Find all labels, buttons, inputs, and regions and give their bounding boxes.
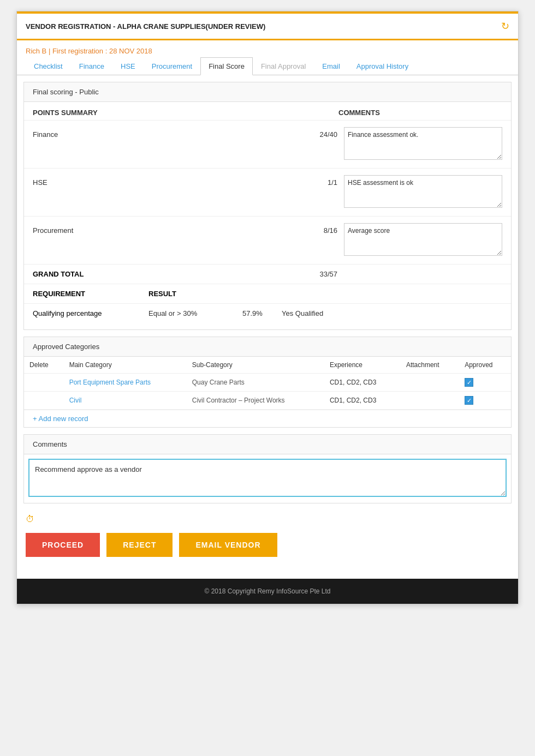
finance-comment-box xyxy=(344,127,502,161)
proceed-button[interactable]: PROCEED xyxy=(26,533,100,557)
experience-2: CD1, CD2, CD3 xyxy=(324,392,401,410)
window-title: VENDOR REGISTRATION - ALPHA CRANE SUPPLI… xyxy=(26,22,265,31)
comments-textarea[interactable] xyxy=(28,459,507,497)
grand-total-label: GRAND TOTAL xyxy=(33,270,305,278)
main-window: VENDOR REGISTRATION - ALPHA CRANE SUPPLI… xyxy=(16,11,519,604)
col-approved: Approved xyxy=(459,357,511,374)
clock-row: ⏱ xyxy=(17,510,518,529)
grand-total-row: GRAND TOTAL 33/57 xyxy=(24,265,511,284)
hse-score: 1/1 xyxy=(305,175,337,187)
final-scoring-section: Final scoring - Public POINTS SUMMARY CO… xyxy=(23,82,512,330)
tab-approval-history[interactable]: Approval History xyxy=(348,57,417,75)
requirement-label: REQUIREMENT xyxy=(33,290,142,298)
points-summary-label: POINTS SUMMARY xyxy=(33,109,306,117)
attachment-2 xyxy=(401,392,459,410)
qualifying-criteria: Equal or > 30% xyxy=(148,309,236,317)
categories-tbody: Port Equipment Spare Parts Quay Crane Pa… xyxy=(24,374,511,410)
category-row-1: Port Equipment Spare Parts Quay Crane Pa… xyxy=(24,374,511,392)
categories-table: Delete Main Category Sub-Category Experi… xyxy=(24,357,511,410)
procurement-comment-box xyxy=(344,223,502,257)
col-experience: Experience xyxy=(324,357,401,374)
col-main-category: Main Category xyxy=(64,357,187,374)
tab-email[interactable]: Email xyxy=(314,57,348,75)
email-vendor-button[interactable]: EMAIL VENDOR xyxy=(179,533,277,557)
qualifying-label: Qualifying percentage xyxy=(33,309,142,317)
tab-final-approval: Final Approval xyxy=(253,57,314,75)
col-attachment: Attachment xyxy=(401,357,459,374)
reject-button[interactable]: REJECT xyxy=(106,533,173,557)
delete-cell-2 xyxy=(24,392,64,410)
qualifying-row: Qualifying percentage Equal or > 30% 57.… xyxy=(24,304,511,323)
hse-comment-box xyxy=(344,175,502,209)
qualifying-result: Yes Qualified xyxy=(282,309,502,317)
procurement-score: 8/16 xyxy=(305,223,337,235)
footer-text: © 2018 Copyright Remy InfoSource Pte Ltd xyxy=(205,587,331,595)
points-headers: POINTS SUMMARY COMMENTS xyxy=(24,102,511,121)
category-row-2: Civil Civil Contractor – Project Works C… xyxy=(24,392,511,410)
comments-col-label: COMMENTS xyxy=(338,109,502,117)
requirement-headers: REQUIREMENT RESULT xyxy=(24,284,511,304)
result-label: RESULT xyxy=(148,290,502,298)
finance-label: Finance xyxy=(33,127,298,139)
main-cat-1: Port Equipment Spare Parts xyxy=(64,374,187,392)
tab-finance[interactable]: Finance xyxy=(71,57,112,75)
finance-comment-input[interactable] xyxy=(344,127,502,160)
user-info: Rich B | First registration : 28 NOV 201… xyxy=(17,40,518,57)
procurement-label: Procurement xyxy=(33,223,298,235)
procurement-comment-input[interactable] xyxy=(344,223,502,256)
tab-hse[interactable]: HSE xyxy=(112,57,144,75)
content-area: Rich B | First registration : 28 NOV 201… xyxy=(17,40,518,579)
tab-bar: Checklist Finance HSE Procurement Final … xyxy=(17,57,518,75)
tab-final-score[interactable]: Final Score xyxy=(200,57,253,75)
col-sub-category: Sub-Category xyxy=(187,357,324,374)
titlebar: VENDOR REGISTRATION - ALPHA CRANE SUPPLI… xyxy=(17,14,518,40)
approved-checkbox-2[interactable]: ✓ xyxy=(465,396,473,405)
comments-textarea-wrapper xyxy=(24,454,511,503)
delete-cell-1 xyxy=(24,374,64,392)
hse-label: HSE xyxy=(33,175,298,187)
final-scoring-header: Final scoring - Public xyxy=(24,82,511,102)
approved-2: ✓ xyxy=(459,392,511,410)
clock-icon: ⏱ xyxy=(26,514,34,524)
experience-1: CD1, CD2, CD3 xyxy=(324,374,401,392)
categories-header-row: Delete Main Category Sub-Category Experi… xyxy=(24,357,511,374)
tab-procurement[interactable]: Procurement xyxy=(144,57,200,75)
approved-categories-section: Approved Categories Delete Main Category… xyxy=(23,337,512,428)
main-cat-2: Civil xyxy=(64,392,187,410)
hse-row: HSE 1/1 xyxy=(24,169,511,217)
grand-total-score: 33/57 xyxy=(305,270,337,278)
approved-checkbox-1[interactable]: ✓ xyxy=(465,378,473,387)
buttons-row: PROCEED REJECT EMAIL VENDOR xyxy=(17,529,518,568)
attachment-1 xyxy=(401,374,459,392)
hse-comment-input[interactable] xyxy=(344,175,502,208)
footer: © 2018 Copyright Remy InfoSource Pte Ltd xyxy=(17,579,518,604)
procurement-row: Procurement 8/16 xyxy=(24,217,511,265)
comments-section-header: Comments xyxy=(24,435,511,454)
finance-row: Finance 24/40 xyxy=(24,121,511,169)
qualifying-value: 57.9% xyxy=(242,309,275,317)
add-record-button[interactable]: + Add new record xyxy=(24,410,511,427)
approved-1: ✓ xyxy=(459,374,511,392)
categories-thead: Delete Main Category Sub-Category Experi… xyxy=(24,357,511,374)
refresh-icon[interactable]: ↻ xyxy=(501,20,509,32)
col-delete: Delete xyxy=(24,357,64,374)
comments-section: Comments xyxy=(23,434,512,503)
approved-categories-header: Approved Categories xyxy=(24,337,511,357)
sub-cat-1: Quay Crane Parts xyxy=(187,374,324,392)
tab-checklist[interactable]: Checklist xyxy=(26,57,71,75)
finance-score: 24/40 xyxy=(305,127,337,139)
sub-cat-2: Civil Contractor – Project Works xyxy=(187,392,324,410)
